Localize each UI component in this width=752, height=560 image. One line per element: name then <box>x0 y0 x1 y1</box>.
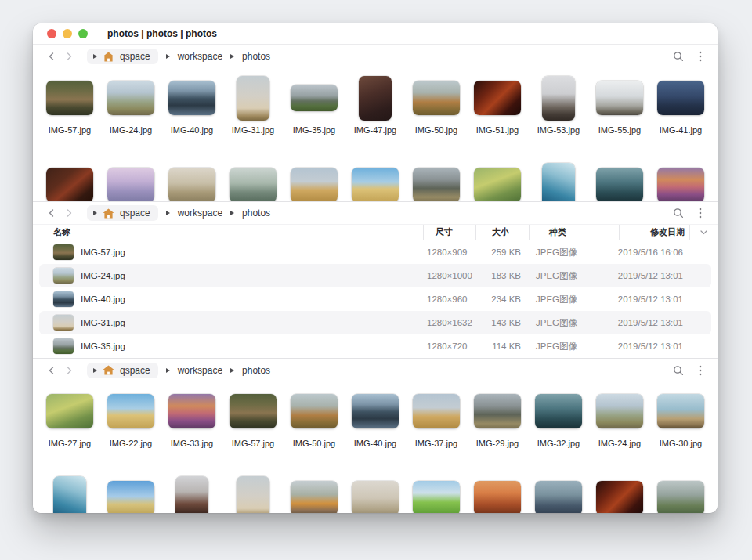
photo-thumbnail[interactable] <box>657 481 704 513</box>
more-icon[interactable] <box>699 208 702 219</box>
file-item[interactable] <box>467 475 528 513</box>
photo-thumbnail[interactable] <box>596 394 643 428</box>
photo-thumbnail[interactable] <box>237 76 269 121</box>
file-item[interactable] <box>39 475 100 513</box>
file-item[interactable]: IMG-37.jpg <box>406 388 467 450</box>
photo-thumbnail[interactable] <box>291 168 338 201</box>
more-icon[interactable] <box>699 365 702 376</box>
file-item[interactable] <box>650 475 711 513</box>
photo-thumbnail[interactable] <box>107 394 154 428</box>
breadcrumb-item-workspace[interactable]: workspace <box>178 51 222 62</box>
file-item[interactable] <box>100 475 161 513</box>
photo-thumbnail[interactable] <box>352 394 399 428</box>
file-item[interactable]: IMG-30.jpg <box>650 388 711 450</box>
back-button[interactable] <box>45 205 58 221</box>
table-row[interactable]: IMG-24.jpg 1280×1000 183 KB JPEG图像 2019/… <box>39 264 711 287</box>
search-icon[interactable] <box>673 51 684 62</box>
file-item[interactable] <box>467 161 528 201</box>
file-item[interactable] <box>222 161 284 201</box>
file-item[interactable] <box>345 161 406 201</box>
file-item[interactable]: IMG-50.jpg <box>284 388 345 450</box>
photo-thumbnail[interactable] <box>175 476 208 514</box>
column-header-kind[interactable]: 种类 <box>529 225 619 240</box>
file-item[interactable]: IMG-29.jpg <box>467 388 528 450</box>
back-button[interactable] <box>45 363 58 378</box>
file-item[interactable] <box>161 161 222 201</box>
file-item[interactable]: IMG-57.jpg <box>39 74 100 136</box>
photo-thumbnail[interactable] <box>291 481 338 513</box>
file-item[interactable] <box>528 161 589 201</box>
forward-button[interactable] <box>63 49 75 64</box>
photo-thumbnail[interactable] <box>168 168 215 201</box>
photo-thumbnail[interactable] <box>657 394 704 428</box>
photo-thumbnail[interactable] <box>230 168 277 201</box>
file-item[interactable]: IMG-47.jpg <box>345 74 406 136</box>
photo-thumbnail[interactable] <box>168 81 215 115</box>
table-row[interactable]: IMG-31.jpg 1280×1632 143 KB JPEG图像 2019/… <box>39 311 711 334</box>
table-row[interactable]: IMG-57.jpg 1280×909 259 KB JPEG图像 2019/5… <box>39 240 711 264</box>
breadcrumb-item-photos[interactable]: photos <box>242 208 270 219</box>
file-item[interactable]: IMG-53.jpg <box>528 74 589 136</box>
breadcrumb-root-segment[interactable]: qspace <box>87 49 158 64</box>
file-item[interactable]: IMG-33.jpg <box>161 388 222 450</box>
file-item[interactable]: IMG-41.jpg <box>650 74 711 136</box>
file-item[interactable] <box>100 161 161 201</box>
photo-thumbnail[interactable] <box>53 476 86 514</box>
photo-thumbnail[interactable] <box>474 168 521 201</box>
breadcrumb-root-segment[interactable]: qspace <box>87 205 158 221</box>
photo-thumbnail[interactable] <box>596 481 643 513</box>
photo-thumbnail[interactable] <box>535 394 582 428</box>
column-header-modified[interactable]: 修改日期 <box>619 225 689 240</box>
file-item[interactable] <box>161 475 222 513</box>
file-item[interactable] <box>345 475 406 513</box>
photo-thumbnail[interactable] <box>46 168 93 201</box>
photo-thumbnail[interactable] <box>168 394 215 428</box>
file-item[interactable]: IMG-22.jpg <box>100 388 161 450</box>
photo-thumbnail[interactable] <box>359 76 392 121</box>
search-icon[interactable] <box>673 208 684 219</box>
photo-thumbnail[interactable] <box>46 81 93 115</box>
photo-thumbnail[interactable] <box>657 81 704 115</box>
breadcrumb-item-workspace[interactable]: workspace <box>178 365 222 376</box>
photo-thumbnail[interactable] <box>352 168 399 201</box>
photo-thumbnail[interactable] <box>291 85 338 111</box>
photo-thumbnail[interactable] <box>230 394 277 428</box>
search-icon[interactable] <box>673 365 684 376</box>
file-item[interactable]: IMG-32.jpg <box>528 388 589 450</box>
photo-thumbnail[interactable] <box>474 81 521 115</box>
file-item[interactable]: IMG-51.jpg <box>467 74 528 136</box>
file-item[interactable]: IMG-24.jpg <box>100 74 161 136</box>
table-row[interactable]: IMG-35.jpg 1280×720 114 KB JPEG图像 2019/5… <box>39 334 711 358</box>
photo-thumbnail[interactable] <box>542 163 575 202</box>
photo-thumbnail[interactable] <box>596 168 643 201</box>
sort-chevron-down-icon[interactable] <box>689 225 718 240</box>
column-header-dimensions[interactable]: 尺寸 <box>423 225 475 240</box>
photo-thumbnail[interactable] <box>657 168 704 201</box>
file-item[interactable]: IMG-27.jpg <box>39 388 100 450</box>
forward-button[interactable] <box>63 363 75 378</box>
photo-thumbnail[interactable] <box>535 481 582 513</box>
close-button[interactable] <box>47 29 56 38</box>
photo-thumbnail[interactable] <box>237 476 269 514</box>
photo-thumbnail[interactable] <box>107 168 154 201</box>
file-item[interactable] <box>222 475 284 513</box>
file-item[interactable]: IMG-24.jpg <box>589 388 650 450</box>
photo-thumbnail[interactable] <box>413 81 460 115</box>
photo-thumbnail[interactable] <box>596 81 643 115</box>
file-item[interactable] <box>284 161 345 201</box>
forward-button[interactable] <box>63 205 75 221</box>
back-button[interactable] <box>45 49 58 64</box>
photo-thumbnail[interactable] <box>46 394 93 428</box>
photo-thumbnail[interactable] <box>352 481 399 513</box>
photo-thumbnail[interactable] <box>291 394 338 428</box>
file-item[interactable]: IMG-40.jpg <box>345 388 406 450</box>
minimize-button[interactable] <box>63 29 72 38</box>
breadcrumb-item-workspace[interactable]: workspace <box>178 208 222 219</box>
column-header-name[interactable]: 名称 <box>33 225 423 240</box>
file-item[interactable] <box>589 161 650 201</box>
file-item[interactable] <box>39 161 100 201</box>
breadcrumb-item-photos[interactable]: photos <box>242 51 270 62</box>
maximize-button[interactable] <box>78 29 88 38</box>
photo-thumbnail[interactable] <box>542 76 575 121</box>
column-header-size[interactable]: 大小 <box>475 225 529 240</box>
